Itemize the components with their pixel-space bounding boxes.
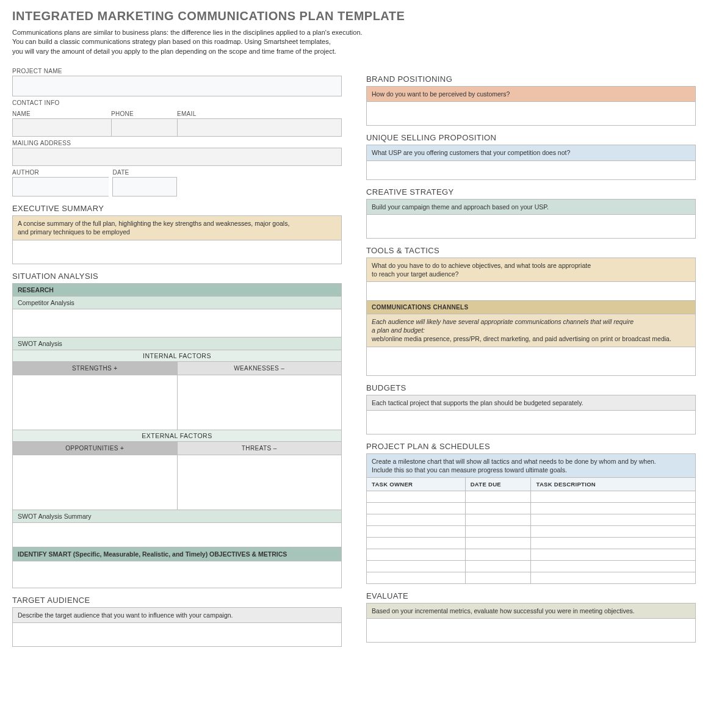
project-plan-hint: Create a milestone chart that will show … xyxy=(366,453,696,477)
email-input[interactable] xyxy=(177,118,342,137)
table-cell[interactable] xyxy=(367,514,466,526)
comm-channels-input[interactable] xyxy=(366,347,696,376)
evaluate-hint: Based on your incremental metrics, evalu… xyxy=(366,603,696,618)
phone-label: PHONE xyxy=(111,110,177,117)
col-task-owner: TASK OWNER xyxy=(367,478,466,491)
table-row xyxy=(367,538,696,549)
usp-input[interactable] xyxy=(366,160,696,180)
tools-tactics-input[interactable] xyxy=(366,281,696,301)
table-cell[interactable] xyxy=(367,561,466,572)
project-name-label: PROJECT NAME xyxy=(12,68,342,74)
exec-summary-hint: A concise summary of the full plan, high… xyxy=(12,215,342,239)
usp-title: UNIQUE SELLING PROPOSITION xyxy=(366,133,696,142)
table-cell[interactable] xyxy=(367,526,466,538)
weaknesses-header: WEAKNESSES – xyxy=(177,362,342,375)
table-row xyxy=(367,526,696,538)
email-label: EMAIL xyxy=(177,110,342,117)
page-title: INTEGRATED MARKETING COMMUNICATIONS PLAN… xyxy=(12,9,696,23)
table-cell[interactable] xyxy=(465,538,531,549)
table-row xyxy=(367,503,696,514)
left-column: PROJECT NAME CONTACT INFO NAME PHONE EMA… xyxy=(12,65,342,647)
creative-strategy-title: CREATIVE STRATEGY xyxy=(366,187,696,196)
table-cell[interactable] xyxy=(465,491,531,503)
date-label: DATE xyxy=(112,169,177,176)
strengths-input[interactable] xyxy=(12,375,177,430)
target-audience-title: TARGET AUDIENCE xyxy=(12,596,342,605)
swot-summary-input[interactable] xyxy=(12,523,342,547)
project-name-input[interactable] xyxy=(12,76,342,96)
table-cell[interactable] xyxy=(367,503,466,514)
budgets-hint: Each tactical project that supports the … xyxy=(366,395,696,410)
table-row xyxy=(367,549,696,561)
target-audience-input[interactable] xyxy=(12,622,342,647)
table-cell[interactable] xyxy=(531,549,696,561)
table-row xyxy=(367,514,696,526)
table-cell[interactable] xyxy=(367,549,466,561)
project-plan-table: TASK OWNER DATE DUE TASK DESCRIPTION xyxy=(366,477,696,584)
table-cell[interactable] xyxy=(531,538,696,549)
table-cell[interactable] xyxy=(465,514,531,526)
date-input[interactable] xyxy=(112,177,177,196)
table-cell[interactable] xyxy=(465,561,531,572)
col-date-due: DATE DUE xyxy=(465,478,531,491)
project-plan-title: PROJECT PLAN & SCHEDULES xyxy=(366,442,696,451)
brand-positioning-hint: How do you want to be perceived by custo… xyxy=(366,86,696,101)
author-input[interactable] xyxy=(12,177,109,196)
competitor-analysis-input[interactable] xyxy=(12,309,342,337)
table-cell[interactable] xyxy=(367,572,466,584)
usp-hint: What USP are you offering customers that… xyxy=(366,145,696,160)
col-task-desc: TASK DESCRIPTION xyxy=(531,478,696,491)
mailing-input[interactable] xyxy=(12,148,342,166)
situation-analysis-title: SITUATION ANALYSIS xyxy=(12,272,342,281)
smart-objectives-header: IDENTIFY SMART (Specific, Measurable, Re… xyxy=(12,547,342,561)
table-cell[interactable] xyxy=(531,503,696,514)
smart-objectives-input[interactable] xyxy=(12,561,342,588)
table-cell[interactable] xyxy=(531,572,696,584)
tools-tactics-hint: What do you have to do to achieve object… xyxy=(366,258,696,281)
table-row xyxy=(367,561,696,572)
table-cell[interactable] xyxy=(531,514,696,526)
internal-factors-header: INTERNAL FACTORS xyxy=(12,350,342,362)
swot-analysis-label: SWOT Analysis xyxy=(12,337,342,350)
opportunities-input[interactable] xyxy=(12,455,177,510)
tools-tactics-title: TOOLS & TACTICS xyxy=(366,246,696,255)
table-cell[interactable] xyxy=(465,526,531,538)
phone-input[interactable] xyxy=(111,118,177,137)
mailing-label: MAILING ADDRESS xyxy=(12,140,342,146)
author-label: AUTHOR xyxy=(12,169,109,176)
brand-positioning-title: BRAND POSITIONING xyxy=(366,74,696,84)
threats-input[interactable] xyxy=(177,455,342,510)
table-row xyxy=(367,491,696,503)
intro-text: Communications plans are similar to busi… xyxy=(12,28,696,56)
research-header: RESEARCH xyxy=(12,283,342,297)
external-factors-header: EXTERNAL FACTORS xyxy=(12,430,342,442)
table-cell[interactable] xyxy=(531,561,696,572)
brand-positioning-input[interactable] xyxy=(366,101,696,126)
target-audience-hint: Describe the target audience that you wa… xyxy=(12,607,342,622)
table-cell[interactable] xyxy=(465,503,531,514)
evaluate-title: EVALUATE xyxy=(366,591,696,600)
name-label: NAME xyxy=(12,110,111,117)
opportunities-header: OPPORTUNITIES + xyxy=(12,442,177,455)
exec-summary-input[interactable] xyxy=(12,240,342,264)
name-input[interactable] xyxy=(12,118,111,137)
comm-channels-header: COMMUNICATIONS CHANNELS xyxy=(366,301,696,314)
swot-summary-label: SWOT Analysis Summary xyxy=(12,510,342,523)
table-cell[interactable] xyxy=(531,491,696,503)
table-cell[interactable] xyxy=(531,526,696,538)
table-cell[interactable] xyxy=(465,549,531,561)
budgets-input[interactable] xyxy=(366,410,696,434)
weaknesses-input[interactable] xyxy=(177,375,342,430)
table-cell[interactable] xyxy=(367,538,466,549)
budgets-title: BUDGETS xyxy=(366,383,696,392)
exec-summary-title: EXECUTIVE SUMMARY xyxy=(12,204,342,213)
right-column: BRAND POSITIONING How do you want to be … xyxy=(366,65,696,647)
table-cell[interactable] xyxy=(465,572,531,584)
creative-strategy-input[interactable] xyxy=(366,214,696,239)
table-cell[interactable] xyxy=(367,491,466,503)
competitor-analysis-label: Competitor Analysis xyxy=(12,297,342,309)
evaluate-input[interactable] xyxy=(366,618,696,643)
comm-channels-hint: Each audience will likely have several a… xyxy=(366,314,696,347)
threats-header: THREATS – xyxy=(177,442,342,455)
contact-info-label: CONTACT INFO xyxy=(12,99,342,106)
